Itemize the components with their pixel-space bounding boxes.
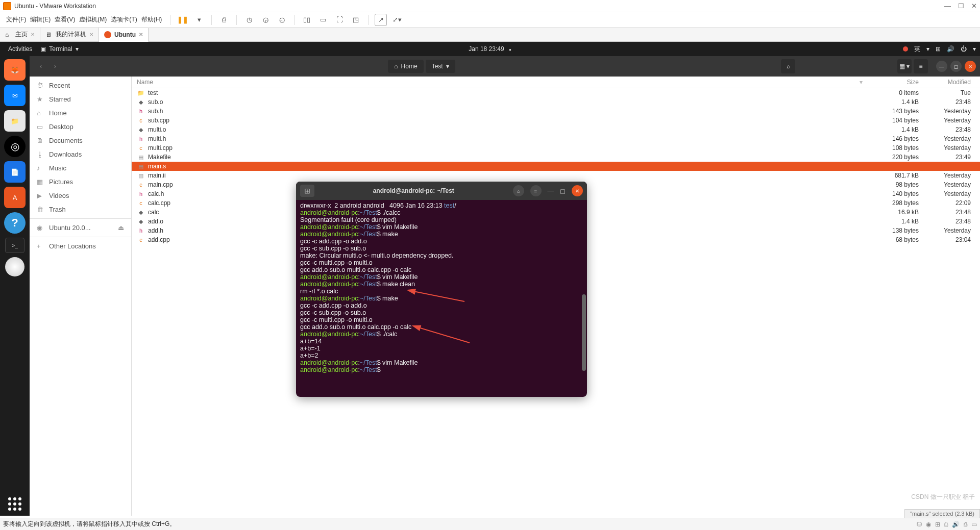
firefox-icon[interactable]: 🦊 (4, 59, 26, 81)
menu-item[interactable]: 查看(V) (53, 15, 77, 24)
menu-item[interactable]: 帮助(H) (139, 15, 164, 24)
file-row[interactable]: cmulti.cpp108 bytesYesterday (132, 143, 980, 153)
terminal-dock-icon[interactable]: >_ (5, 238, 24, 253)
file-row[interactable]: 📁test0 itemsTue (132, 88, 980, 97)
software-icon[interactable]: A (4, 187, 26, 208)
view2-button[interactable]: ▭ (317, 14, 329, 26)
scrollbar[interactable] (582, 294, 586, 371)
vm-tab[interactable]: 🖥我的计算机✕ (40, 28, 99, 41)
rhythmbox-icon[interactable]: ◎ (4, 136, 26, 157)
file-row[interactable]: hmulti.h146 bytesYesterday (132, 134, 980, 143)
maximize-button[interactable]: ◻ (950, 61, 962, 72)
vm-tab[interactable]: Ubuntu✕ (99, 28, 149, 42)
menu-item[interactable]: 虚拟机(M) (77, 15, 109, 24)
display-icon[interactable]: ▭ (971, 521, 977, 528)
unity-button[interactable]: ↗ (375, 14, 387, 26)
path-segment[interactable]: ⌂Home (388, 60, 423, 73)
clock[interactable]: Jan 18 23:49 ● (469, 45, 511, 53)
view3-button[interactable]: ⛶ (333, 14, 346, 26)
thunderbird-icon[interactable]: ✉ (4, 85, 26, 106)
sidebar-item[interactable]: ★Starred (30, 92, 131, 106)
current-app[interactable]: ▣ Terminal ▾ (36, 45, 82, 53)
revert-button[interactable]: ◶ (259, 14, 272, 26)
minimize-button[interactable]: — (548, 187, 554, 194)
volume-icon[interactable]: 🔊 (947, 45, 954, 53)
sidebar-item[interactable]: ◉Ubuntu 20.0...⏏ (30, 221, 131, 235)
file-row[interactable]: ◆multi.o1.4 kB23:48 (132, 125, 980, 134)
search-button[interactable]: ⌕ (513, 185, 524, 196)
menu-item[interactable]: 编辑(E) (28, 15, 53, 24)
notification-icon[interactable] (903, 46, 908, 52)
terminal-window[interactable]: ⊞ android@android-pc: ~/Test ⌕ ≡ — ◻ ✕ d… (296, 182, 587, 397)
file-row[interactable]: ▤Makefile220 bytes23:49 (132, 153, 980, 162)
close-button[interactable]: ✕ (572, 185, 583, 196)
sidebar-item[interactable]: ⏱Recent (30, 79, 131, 92)
sidebar-item[interactable]: ▶Videos (30, 189, 131, 203)
new-tab-button[interactable]: ⊞ (300, 185, 314, 197)
sidebar-item[interactable]: 🗑Trash (30, 203, 131, 216)
close-icon[interactable]: ✕ (31, 32, 35, 37)
usb-icon[interactable]: ⎙ (944, 521, 948, 528)
file-row[interactable]: hsub.h143 bytesYesterday (132, 107, 980, 116)
search-button[interactable]: ⌕ (781, 59, 795, 73)
manage-button[interactable]: ◵ (276, 14, 288, 26)
maximize-button[interactable]: ☐ (958, 2, 964, 10)
vm-tab[interactable]: ⌂主页✕ (0, 28, 40, 41)
minimize-button[interactable]: — (944, 2, 951, 10)
file-row[interactable]: ▤main.s (132, 162, 980, 171)
sidebar-item[interactable]: ♪Music (30, 161, 131, 175)
hamburger-button[interactable]: ≡ (914, 59, 928, 73)
minimize-button[interactable]: — (936, 61, 947, 72)
activities-button[interactable]: Activities (4, 45, 36, 53)
sidebar-item[interactable]: ▭Desktop (30, 120, 131, 134)
help-icon[interactable]: ? (4, 212, 26, 234)
terminal-titlebar[interactable]: ⊞ android@android-pc: ~/Test ⌕ ≡ — ◻ ✕ (296, 182, 587, 200)
show-apps-icon[interactable] (8, 497, 21, 511)
sidebar-item[interactable]: ⭳Downloads (30, 147, 131, 161)
power-icon[interactable]: ⏻ (961, 45, 967, 53)
menu-item[interactable]: 选项卡(T) (109, 15, 139, 24)
size-column[interactable]: Size (863, 79, 919, 86)
view4-button[interactable]: ◳ (350, 14, 362, 26)
file-row[interactable]: csub.cpp104 bytesYesterday (132, 116, 980, 125)
forward-button[interactable]: › (48, 59, 62, 73)
send-cad-button[interactable]: ⎙ (218, 14, 230, 26)
close-icon[interactable]: ✕ (139, 32, 143, 37)
sidebar-item[interactable]: ⌂Home (30, 106, 131, 120)
printer-icon[interactable]: ⎙ (964, 521, 967, 528)
sidebar-item[interactable]: +Other Locations (30, 239, 131, 253)
fullscreen-button[interactable]: ⤢▾ (391, 14, 403, 26)
eject-icon[interactable]: ⏏ (118, 224, 124, 232)
close-icon[interactable]: ✕ (89, 32, 93, 37)
dvd-icon[interactable] (5, 257, 24, 276)
path-segment[interactable]: Test▾ (426, 60, 455, 73)
name-column[interactable]: Name (137, 79, 860, 86)
disk-icon[interactable]: ⛁ (917, 521, 922, 528)
column-headers[interactable]: Name ▾ Size Modified (132, 77, 980, 88)
terminal-body[interactable]: drwxrwxr-x 2 android android 4096 Jan 16… (296, 200, 587, 397)
back-button[interactable]: ‹ (34, 59, 48, 73)
file-row[interactable]: ◆sub.o1.4 kB23:48 (132, 97, 980, 107)
close-button[interactable]: ✕ (971, 2, 977, 10)
view1-button[interactable]: ▯▯ (301, 14, 313, 26)
libreoffice-icon[interactable]: 📄 (4, 161, 26, 183)
network-icon[interactable]: ⊞ (936, 45, 941, 53)
modified-column[interactable]: Modified (919, 79, 975, 86)
maximize-button[interactable]: ◻ (560, 187, 566, 195)
pause-dropdown[interactable]: ▾ (193, 14, 205, 26)
close-button[interactable]: ✕ (965, 61, 976, 72)
sidebar-item[interactable]: ▦Pictures (30, 175, 131, 189)
pause-button[interactable]: ❚❚ (177, 14, 189, 26)
menu-button[interactable]: ≡ (530, 185, 542, 196)
snapshot-button[interactable]: ◷ (243, 14, 255, 26)
menu-item[interactable]: 文件(F) (4, 15, 28, 24)
view-grid-button[interactable]: ▦ ▾ (897, 59, 912, 73)
file-row[interactable]: ▤main.ii681.7 kBYesterday (132, 171, 980, 180)
input-method[interactable]: 英 (914, 45, 920, 54)
sound-icon[interactable]: 🔊 (952, 521, 960, 528)
ubuntu-topbar: Activities ▣ Terminal ▾ Jan 18 23:49 ● 英… (0, 42, 980, 56)
files-icon[interactable]: 📁 (4, 110, 26, 132)
net-icon[interactable]: ⊞ (935, 521, 940, 528)
cd-icon[interactable]: ◉ (926, 521, 931, 528)
sidebar-item[interactable]: 🗎Documents (30, 134, 131, 147)
